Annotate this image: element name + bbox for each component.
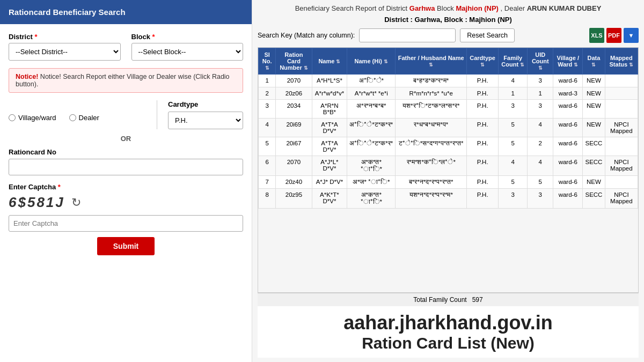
download-icon[interactable]: ▼ (624, 28, 639, 43)
submit-button[interactable]: Submit (97, 237, 155, 255)
search-key-label: Search Key (Match any column): (258, 32, 355, 39)
reset-search-button[interactable]: Reset Search (460, 28, 515, 42)
radio-dealer-label[interactable]: Dealer (69, 114, 99, 122)
col-uid: UID Count ⇅ (528, 48, 553, 75)
notice-box: Notice! Notice! Search Report either Vil… (9, 68, 243, 93)
pdf-export-icon[interactable]: PDF (606, 28, 621, 43)
radio-cardtype-row: Village/ward Dealer Cardtype P.H. AAY PH… (9, 100, 243, 129)
table-header-row: Sl No. ⇅ Ration Card Number ⇅ Name ⇅ Nam… (259, 48, 638, 75)
captcha-label: Enter Captcha * (9, 183, 243, 191)
col-father: Father / Husband Name ⇅ (396, 48, 467, 75)
radio-village[interactable] (9, 114, 16, 121)
table-row: 12070A*H*L*S*अ*ि*े*ब*ह*ड*क*र*म*P.H.43war… (259, 75, 638, 87)
results-table: Sl No. ⇅ Ration Card Number ⇅ Name ⇅ Nam… (258, 48, 638, 209)
left-header: Rationcard Beneficiary Search (0, 0, 252, 24)
table-row: 520i67A*T*A D*V*अ*ि*े*ट*क*र*ट*े*ि*स*द*ग*… (259, 137, 638, 156)
block-group: Block * --Select Block-- (131, 33, 244, 61)
district-block-row: District * --Select District-- Block * -… (9, 33, 243, 61)
district-group: District * --Select District-- (9, 33, 121, 61)
rationcard-input[interactable] (9, 159, 243, 175)
watermark-area: aahar.jharkhand.gov.in Ration Card List … (258, 306, 639, 358)
notice-text: Notice! Search Report either Village or … (16, 73, 230, 88)
table-row: 820z95A*K*T* D*V*अ*क*त* *ा*ि*यश*न*द*र*प*… (259, 189, 638, 209)
radio-village-label[interactable]: Village/ward (9, 114, 56, 122)
cardtype-select[interactable]: P.H. AAY PHH SFSC (168, 112, 243, 129)
captcha-input[interactable] (9, 215, 243, 232)
total-label: Total Family Count (413, 296, 466, 304)
table-and-total: Sl No. ⇅ Ration Card Number ⇅ Name ⇅ Nam… (258, 47, 639, 306)
table-row: 720z40A*J* D*V*अ*ज* *ा*ि*ब*र*न*द*र*प*र*त… (259, 176, 638, 189)
left-panel: Rationcard Beneficiary Search District *… (0, 0, 252, 362)
captcha-text: 6$581J (9, 194, 65, 211)
col-family: Family Count ⇅ (499, 48, 528, 75)
col-slno: Sl No. ⇅ (259, 48, 276, 75)
or-divider: OR (9, 135, 243, 143)
table-row: 62070A*J*L* D*V*अ*क*त* *ा*ि*र*म*श*क*ि*ल*… (259, 156, 638, 176)
table-row: 32034A*R*N B*B*अ*र*न*ब*ब*यश*र*ि*ट*क*ल*स*… (259, 100, 638, 119)
rationcard-label: Rationcard No (9, 148, 243, 156)
district-label: District * (9, 33, 121, 41)
radio-group: Village/ward Dealer (9, 100, 157, 129)
table-row: 220z06A*r*w*d*v*A*r*w*t* *e*iR*m*n*r*s* … (259, 87, 638, 100)
left-body: District * --Select District-- Block * -… (0, 24, 252, 362)
district-block-header: District : Garhwa, Block : Majhion (NP) (258, 16, 639, 24)
block-select[interactable]: --Select Block-- (131, 43, 244, 61)
total-row: Total Family Count 597 (258, 293, 639, 306)
col-name-hi: Name (Hi) ⇅ (347, 48, 396, 75)
right-panel: Beneficiary Search Report of District Ga… (252, 0, 644, 362)
cardtype-label: Cardtype (168, 100, 243, 108)
col-mapped: Mapped Status ⇅ (605, 48, 638, 75)
notice-bold: Notice! (16, 73, 38, 80)
watermark-subtitle: Ration Card List (New) (268, 334, 628, 352)
col-rationcard: Ration Card Number ⇅ (276, 48, 312, 75)
captcha-refresh-icon[interactable]: ↻ (71, 196, 81, 210)
total-count: 597 (472, 296, 483, 304)
table-body: 12070A*H*L*S*अ*ि*े*ब*ह*ड*क*र*म*P.H.43war… (259, 75, 638, 209)
excel-export-icon[interactable]: XLS (589, 28, 604, 43)
watermark-title: aahar.jharkhand.gov.in (268, 312, 628, 334)
export-icons: XLS PDF ▼ (589, 28, 639, 43)
col-cardtype: Cardtype ⇅ (467, 48, 499, 75)
district-select[interactable]: --Select District-- (9, 43, 121, 61)
col-data: Data ⇅ (583, 48, 605, 75)
col-name: Name ⇅ (312, 48, 347, 75)
search-bar: Search Key (Match any column): Reset Sea… (258, 28, 639, 43)
report-title: Beneficiary Search Report of District Ga… (258, 4, 639, 12)
search-input[interactable] (359, 28, 456, 42)
captcha-display: 6$581J ↻ (9, 194, 243, 211)
results-table-container[interactable]: Sl No. ⇅ Ration Card Number ⇅ Name ⇅ Nam… (258, 47, 639, 293)
col-village: Village / Ward ⇅ (553, 48, 583, 75)
block-label: Block * (131, 33, 244, 41)
captcha-section: Enter Captcha * 6$581J ↻ Submit (9, 183, 243, 255)
radio-dealer[interactable] (69, 114, 76, 121)
cardtype-box: Cardtype P.H. AAY PHH SFSC (157, 100, 243, 129)
table-row: 420i69A*T*A D*V*अ*ि*े*ट*क*र*र*ध*ब*ध*म*प*… (259, 119, 638, 137)
